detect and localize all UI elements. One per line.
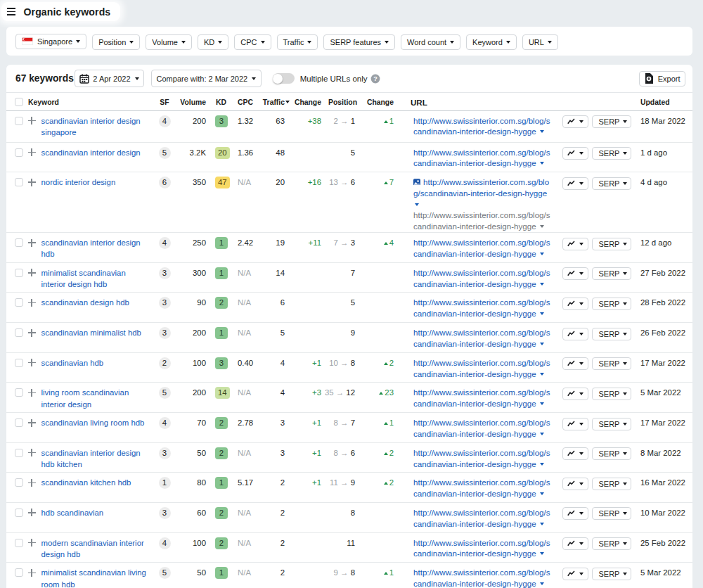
svg-text:?: ? [373, 75, 378, 82]
